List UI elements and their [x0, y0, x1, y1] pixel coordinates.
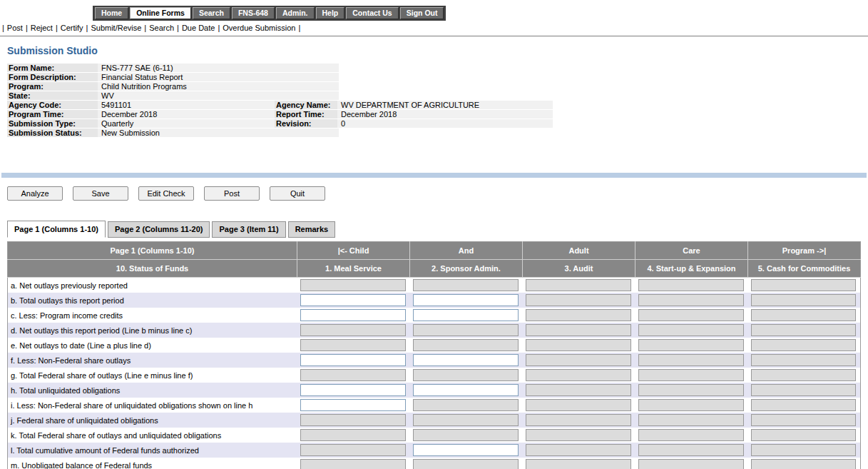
save-button[interactable]: Save — [73, 186, 128, 201]
menu-separator: | — [26, 24, 28, 32]
input-m-col3 — [526, 459, 631, 469]
tab-page-2-columns-11-20[interactable]: Page 2 (Columns 11-20) — [108, 221, 210, 238]
cell-h-col4 — [635, 383, 748, 398]
menu-separator: | — [298, 24, 300, 32]
menu-item-search[interactable]: Search — [149, 24, 174, 32]
input-b-col5 — [751, 294, 857, 306]
grid-header-cell-page-1-columns-1-10: Page 1 (Columns 1-10) — [8, 242, 297, 260]
input-d-col1 — [300, 324, 406, 336]
nav-item-home[interactable]: Home — [95, 7, 128, 19]
info-label-form-name: Form Name: — [7, 64, 98, 72]
row-label-l: l. Total cumulative amount of Federal fu… — [8, 443, 297, 458]
info-value-form-description: Financial Status Report — [98, 73, 339, 81]
action-menu: |Post|Reject|Certify|Submit/Revise|Searc… — [0, 21, 868, 36]
nav-item-fns-648[interactable]: FNS-648 — [232, 7, 275, 19]
input-f-col1[interactable] — [300, 354, 406, 366]
nav-item-admin[interactable]: Admin. — [276, 7, 315, 19]
input-h-col5 — [751, 384, 857, 396]
grid-header-cell-5-cash-for-commodities: 5. Cash for Commodities — [748, 260, 861, 278]
tab-page-3-item-11[interactable]: Page 3 (Item 11) — [212, 221, 285, 238]
info-row: Submission Type:QuarterlyRevision:0 — [7, 119, 868, 128]
info-row: Program:Child Nutrition Programs — [7, 82, 868, 91]
row-label-k: k. Total Federal share of outlays and un… — [8, 428, 297, 443]
cell-f-col1 — [297, 353, 410, 368]
input-f-col5 — [751, 354, 857, 366]
info-value-state: WV — [98, 91, 339, 100]
nav-item-search[interactable]: Search — [193, 7, 230, 19]
cell-j-col5 — [748, 413, 861, 428]
info-label-state: State: — [7, 91, 98, 100]
table-row-a: a. Net outlays previously reported — [8, 278, 861, 293]
table-row-m: m. Unobligated balance of Federal funds — [8, 458, 861, 469]
input-h-col1[interactable] — [300, 384, 406, 396]
analyze-button[interactable]: Analyze — [7, 186, 63, 201]
menu-separator: | — [218, 24, 220, 32]
cell-e-col1 — [297, 338, 410, 353]
input-d-col3 — [526, 324, 631, 336]
input-f-col2[interactable] — [413, 354, 519, 366]
info-row: Form Description:Financial Status Report — [7, 73, 868, 81]
nav-item-sign-out[interactable]: Sign Out — [400, 7, 444, 19]
tab-page-1-columns-1-10[interactable]: Page 1 (Columns 1-10) — [7, 221, 106, 238]
info-label-revision: Revision: — [275, 119, 337, 128]
edit-check-button[interactable]: Edit Check — [138, 186, 194, 201]
row-label-c: c. Less: Program income credits — [8, 308, 297, 323]
input-k-col3 — [526, 429, 631, 441]
nav-item-online-forms[interactable]: Online Forms — [130, 7, 191, 19]
info-row: Form Name:FNS-777 SAE (6-11) — [7, 64, 868, 72]
input-l-col5 — [751, 444, 857, 456]
nav-item-contact-us[interactable]: Contact Us — [346, 7, 398, 19]
grid-header-cell-2-sponsor-admin: 2. Sponsor Admin. — [410, 260, 523, 278]
tab-remarks[interactable]: Remarks — [288, 221, 335, 238]
post-button[interactable]: Post — [204, 186, 260, 201]
menu-item-overdue-submission[interactable]: Overdue Submission — [223, 24, 295, 32]
info-value-agency-name: WV DEPARTMENT OF AGRICULTURE — [337, 101, 553, 109]
cell-i-col3 — [523, 398, 635, 413]
row-label-g: g. Total Federal share of outlays (Line … — [8, 368, 297, 383]
menu-item-post[interactable]: Post — [7, 24, 23, 32]
cell-h-col2 — [410, 383, 523, 398]
input-c-col2[interactable] — [413, 309, 519, 321]
input-i-col3 — [526, 399, 631, 411]
input-g-col5 — [751, 369, 857, 381]
input-i-col5 — [751, 399, 857, 411]
input-b-col1[interactable] — [300, 294, 406, 306]
info-value-submission-status: New Submission — [98, 128, 339, 137]
table-row-g: g. Total Federal share of outlays (Line … — [8, 368, 861, 383]
input-l-col1 — [300, 444, 406, 456]
input-c-col1[interactable] — [300, 309, 406, 321]
cell-l-col4 — [635, 443, 748, 458]
cell-b-col1 — [297, 293, 410, 308]
cell-e-col2 — [410, 338, 523, 353]
input-h-col2[interactable] — [413, 384, 519, 396]
grid-header-cell-1-meal-service: 1. Meal Service — [297, 260, 410, 278]
cell-a-col1 — [297, 278, 410, 293]
input-b-col4 — [638, 294, 744, 306]
input-i-col1[interactable] — [300, 399, 406, 411]
input-b-col3 — [526, 294, 631, 306]
input-i-col4 — [638, 399, 744, 411]
table-row-e: e. Net outlays to date (Line a plus line… — [8, 338, 861, 353]
menu-separator: | — [144, 24, 146, 32]
menu-item-certify[interactable]: Certify — [61, 24, 83, 32]
table-row-d: d. Net outlays this report period (Line … — [8, 323, 861, 338]
cell-g-col4 — [635, 368, 748, 383]
input-m-col4 — [638, 459, 744, 469]
cell-a-col4 — [635, 278, 748, 293]
table-row-k: k. Total Federal share of outlays and un… — [8, 428, 861, 443]
menu-item-submit-revise[interactable]: Submit/Revise — [91, 24, 141, 32]
cell-f-col2 — [410, 353, 523, 368]
menu-item-due-date[interactable]: Due Date — [182, 24, 215, 32]
input-l-col2[interactable] — [413, 444, 519, 456]
input-b-col2[interactable] — [413, 294, 519, 306]
cell-a-col3 — [523, 278, 635, 293]
quit-button[interactable]: Quit — [270, 186, 325, 201]
cell-m-col2 — [410, 458, 523, 469]
input-l-col4 — [638, 444, 744, 456]
cell-b-col5 — [748, 293, 861, 308]
cell-k-col4 — [635, 428, 748, 443]
menu-separator: | — [2, 24, 4, 32]
nav-item-help[interactable]: Help — [316, 7, 345, 19]
menu-item-reject[interactable]: Reject — [31, 24, 53, 32]
info-value-report-time: December 2018 — [337, 110, 553, 118]
